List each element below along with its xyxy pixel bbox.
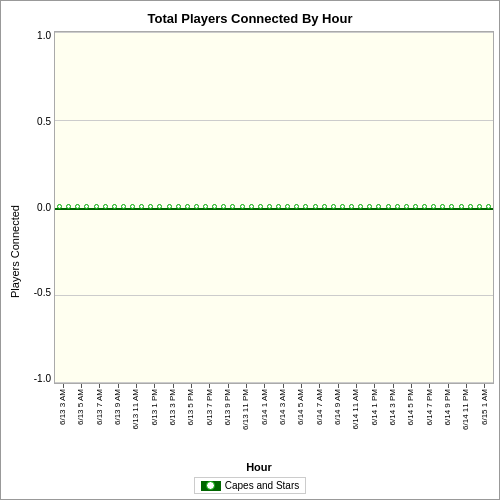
x-tick-text: 6/13 5 AM xyxy=(77,389,85,425)
x-tick-text: 6/13 7 PM xyxy=(206,389,214,425)
data-point xyxy=(194,204,199,209)
data-point xyxy=(249,204,254,209)
data-point xyxy=(130,204,135,209)
data-point xyxy=(367,204,372,209)
x-tick: 6/13 1 PM xyxy=(149,384,161,459)
data-point xyxy=(148,204,153,209)
x-axis-label: Hour xyxy=(24,461,494,473)
x-tick-mark xyxy=(429,384,430,388)
data-point xyxy=(258,204,263,209)
x-tick-text: 6/14 5 PM xyxy=(407,389,415,425)
x-tick: 6/13 11 AM xyxy=(130,384,142,459)
data-point xyxy=(267,204,272,209)
x-tick: 6/13 11 PM xyxy=(240,384,252,459)
x-tick-mark xyxy=(393,384,394,388)
legend-label: Capes and Stars xyxy=(225,480,300,491)
data-point xyxy=(303,204,308,209)
data-point xyxy=(294,204,299,209)
x-tick-mark xyxy=(484,384,485,388)
x-tick-text: 6/14 7 AM xyxy=(316,389,324,425)
x-tick-text: 6/15 1 AM xyxy=(481,389,489,425)
y-tick-label: 0.5 xyxy=(37,117,51,127)
data-point xyxy=(84,204,89,209)
x-tick-text: 6/13 9 AM xyxy=(114,389,122,425)
x-tick-text: 6/14 9 AM xyxy=(334,389,342,425)
x-tick-mark xyxy=(63,384,64,388)
x-tick: 6/14 11 AM xyxy=(350,384,362,459)
x-tick: 6/13 9 AM xyxy=(112,384,124,459)
data-point xyxy=(176,204,181,209)
plot-area-wrapper: 1.00.50.0-0.5-1.0 xyxy=(24,31,494,384)
x-tick-text: 6/13 3 PM xyxy=(169,389,177,425)
x-tick: 6/13 3 AM xyxy=(57,384,69,459)
grid-line-25 xyxy=(55,120,493,121)
data-point xyxy=(139,204,144,209)
x-tick-mark xyxy=(466,384,467,388)
x-tick-mark xyxy=(411,384,412,388)
data-point xyxy=(468,204,473,209)
x-tick: 6/14 7 AM xyxy=(314,384,326,459)
data-point xyxy=(212,204,217,209)
y-tick-label: -1.0 xyxy=(34,374,51,384)
data-point xyxy=(322,204,327,209)
x-tick-spacer xyxy=(24,384,54,459)
data-point xyxy=(358,204,363,209)
y-tick-label: 1.0 xyxy=(37,31,51,41)
x-tick-text: 6/14 1 AM xyxy=(261,389,269,425)
x-tick: 6/14 1 AM xyxy=(259,384,271,459)
x-tick: 6/14 1 PM xyxy=(369,384,381,459)
x-tick-text: 6/14 9 PM xyxy=(444,389,452,425)
data-point xyxy=(486,204,491,209)
data-point xyxy=(112,204,117,209)
x-tick-mark xyxy=(173,384,174,388)
grid-line-75 xyxy=(55,295,493,296)
x-tick-text: 6/14 1 PM xyxy=(371,389,379,425)
x-tick-mark xyxy=(338,384,339,388)
data-point xyxy=(431,204,436,209)
x-tick-mark xyxy=(209,384,210,388)
data-point xyxy=(103,204,108,209)
x-tick: 6/13 5 AM xyxy=(75,384,87,459)
legend-icon xyxy=(201,481,221,491)
y-axis-label: Players Connected xyxy=(6,31,24,473)
x-tick: 6/13 9 PM xyxy=(222,384,234,459)
data-point xyxy=(203,204,208,209)
x-tick: 6/13 3 PM xyxy=(167,384,179,459)
y-tick-label: -0.5 xyxy=(34,288,51,298)
x-tick: 6/14 3 PM xyxy=(387,384,399,459)
x-tick: 6/13 7 AM xyxy=(94,384,106,459)
x-tick-mark xyxy=(154,384,155,388)
x-tick-mark xyxy=(136,384,137,388)
data-point xyxy=(167,204,172,209)
plot-area xyxy=(54,31,494,384)
x-tick-mark xyxy=(191,384,192,388)
x-tick-text: 6/13 11 AM xyxy=(132,389,140,429)
data-point xyxy=(276,204,281,209)
x-tick-mark xyxy=(99,384,100,388)
x-tick: 6/14 11 PM xyxy=(460,384,472,459)
x-tick-text: 6/14 7 PM xyxy=(426,389,434,425)
chart-inner: 1.00.50.0-0.5-1.0 6/13 3 AM6/13 5 AM6/13… xyxy=(24,31,494,473)
data-point xyxy=(221,204,226,209)
data-point xyxy=(413,204,418,209)
data-point xyxy=(185,204,190,209)
chart-container: Total Players Connected By Hour Players … xyxy=(0,0,500,500)
data-point xyxy=(340,204,345,209)
x-tick-text: 6/13 5 PM xyxy=(187,389,195,425)
data-points xyxy=(55,204,493,209)
x-tick-text: 6/14 5 AM xyxy=(297,389,305,425)
x-tick-text: 6/13 11 PM xyxy=(242,389,250,430)
x-tick-mark xyxy=(246,384,247,388)
data-point xyxy=(449,204,454,209)
data-point xyxy=(376,204,381,209)
x-tick-mark xyxy=(81,384,82,388)
x-tick-mark xyxy=(301,384,302,388)
data-point xyxy=(404,204,409,209)
x-tick: 6/14 7 PM xyxy=(424,384,436,459)
data-point xyxy=(94,204,99,209)
y-tick-label: 0.0 xyxy=(37,203,51,213)
x-tick-text: 6/14 11 PM xyxy=(462,389,470,430)
x-tick-mark xyxy=(319,384,320,388)
x-tick-mark xyxy=(356,384,357,388)
grid-line-bottom xyxy=(55,382,493,383)
